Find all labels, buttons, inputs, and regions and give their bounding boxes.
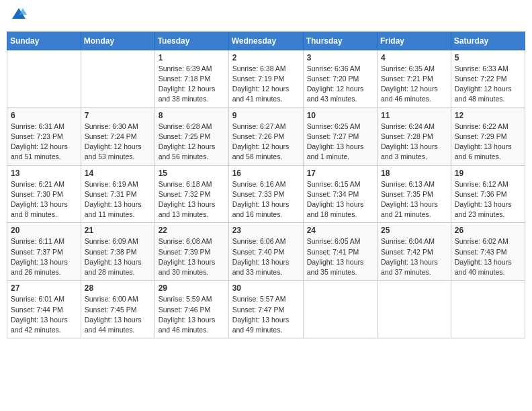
week-row-1: 1Sunrise: 6:39 AM Sunset: 7:18 PM Daylig… bbox=[7, 50, 525, 107]
day-number: 21 bbox=[85, 226, 151, 235]
day-number: 1 bbox=[159, 53, 225, 62]
week-row-3: 13Sunrise: 6:21 AM Sunset: 7:30 PM Dayli… bbox=[7, 165, 525, 223]
day-cell: 9Sunrise: 6:27 AM Sunset: 7:26 PM Daylig… bbox=[228, 107, 303, 165]
day-info: Sunrise: 6:19 AM Sunset: 7:31 PM Dayligh… bbox=[85, 179, 151, 220]
day-info: Sunrise: 6:13 AM Sunset: 7:35 PM Dayligh… bbox=[381, 179, 447, 220]
day-cell: 7Sunrise: 6:30 AM Sunset: 7:24 PM Daylig… bbox=[81, 107, 154, 165]
day-cell bbox=[81, 50, 154, 107]
day-number: 14 bbox=[85, 169, 151, 178]
day-number: 13 bbox=[11, 169, 77, 178]
day-number: 12 bbox=[455, 111, 521, 120]
week-row-4: 20Sunrise: 6:11 AM Sunset: 7:37 PM Dayli… bbox=[7, 223, 525, 281]
day-cell bbox=[451, 281, 525, 338]
day-number: 16 bbox=[232, 169, 300, 178]
day-info: Sunrise: 6:33 AM Sunset: 7:22 PM Dayligh… bbox=[455, 64, 521, 105]
day-cell: 1Sunrise: 6:39 AM Sunset: 7:18 PM Daylig… bbox=[154, 50, 228, 107]
day-cell: 25Sunrise: 6:04 AM Sunset: 7:42 PM Dayli… bbox=[378, 223, 451, 281]
day-number: 10 bbox=[307, 111, 373, 120]
weekday-header-tuesday: Tuesday bbox=[154, 32, 228, 50]
day-cell bbox=[378, 281, 451, 338]
day-cell: 20Sunrise: 6:11 AM Sunset: 7:37 PM Dayli… bbox=[7, 223, 81, 281]
day-cell: 28Sunrise: 6:00 AM Sunset: 7:45 PM Dayli… bbox=[81, 281, 154, 338]
weekday-header-row: SundayMondayTuesdayWednesdayThursdayFrid… bbox=[7, 32, 525, 50]
day-number: 3 bbox=[307, 53, 373, 62]
day-number: 22 bbox=[159, 226, 225, 235]
day-cell: 29Sunrise: 5:59 AM Sunset: 7:46 PM Dayli… bbox=[154, 281, 228, 338]
day-cell: 30Sunrise: 5:57 AM Sunset: 7:47 PM Dayli… bbox=[228, 281, 303, 338]
day-cell: 22Sunrise: 6:08 AM Sunset: 7:39 PM Dayli… bbox=[154, 223, 228, 281]
day-cell: 14Sunrise: 6:19 AM Sunset: 7:31 PM Dayli… bbox=[81, 165, 154, 223]
day-info: Sunrise: 6:38 AM Sunset: 7:19 PM Dayligh… bbox=[232, 64, 300, 105]
day-number: 20 bbox=[11, 226, 77, 235]
day-cell: 11Sunrise: 6:24 AM Sunset: 7:28 PM Dayli… bbox=[378, 107, 451, 165]
day-info: Sunrise: 6:18 AM Sunset: 7:32 PM Dayligh… bbox=[159, 179, 225, 220]
weekday-header-wednesday: Wednesday bbox=[228, 32, 303, 50]
day-number: 28 bbox=[85, 283, 151, 293]
day-number: 11 bbox=[381, 111, 447, 120]
day-cell: 26Sunrise: 6:02 AM Sunset: 7:43 PM Dayli… bbox=[451, 223, 525, 281]
day-info: Sunrise: 6:16 AM Sunset: 7:33 PM Dayligh… bbox=[232, 179, 300, 220]
weekday-header-sunday: Sunday bbox=[7, 32, 81, 50]
day-number: 25 bbox=[381, 226, 447, 235]
week-row-2: 6Sunrise: 6:31 AM Sunset: 7:23 PM Daylig… bbox=[7, 107, 525, 165]
day-cell: 23Sunrise: 6:06 AM Sunset: 7:40 PM Dayli… bbox=[228, 223, 303, 281]
page-header bbox=[7, 7, 525, 26]
day-info: Sunrise: 5:57 AM Sunset: 7:47 PM Dayligh… bbox=[232, 294, 300, 335]
day-cell: 16Sunrise: 6:16 AM Sunset: 7:33 PM Dayli… bbox=[228, 165, 303, 223]
day-info: Sunrise: 6:00 AM Sunset: 7:45 PM Dayligh… bbox=[85, 294, 151, 335]
day-cell: 10Sunrise: 6:25 AM Sunset: 7:27 PM Dayli… bbox=[303, 107, 377, 165]
day-info: Sunrise: 6:36 AM Sunset: 7:20 PM Dayligh… bbox=[307, 64, 373, 105]
day-cell: 17Sunrise: 6:15 AM Sunset: 7:34 PM Dayli… bbox=[303, 165, 377, 223]
day-cell: 21Sunrise: 6:09 AM Sunset: 7:38 PM Dayli… bbox=[81, 223, 154, 281]
day-info: Sunrise: 6:21 AM Sunset: 7:30 PM Dayligh… bbox=[11, 179, 77, 220]
day-info: Sunrise: 6:31 AM Sunset: 7:23 PM Dayligh… bbox=[11, 122, 77, 163]
day-number: 7 bbox=[85, 111, 151, 120]
day-info: Sunrise: 6:15 AM Sunset: 7:34 PM Dayligh… bbox=[307, 179, 373, 220]
day-cell: 2Sunrise: 6:38 AM Sunset: 7:19 PM Daylig… bbox=[228, 50, 303, 107]
weekday-header-friday: Friday bbox=[378, 32, 451, 50]
day-number: 24 bbox=[307, 226, 373, 235]
day-cell: 24Sunrise: 6:05 AM Sunset: 7:41 PM Dayli… bbox=[303, 223, 377, 281]
calendar-table: SundayMondayTuesdayWednesdayThursdayFrid… bbox=[7, 32, 525, 338]
day-number: 23 bbox=[232, 226, 300, 235]
day-number: 17 bbox=[307, 169, 373, 178]
day-info: Sunrise: 6:28 AM Sunset: 7:25 PM Dayligh… bbox=[159, 122, 225, 163]
day-cell: 8Sunrise: 6:28 AM Sunset: 7:25 PM Daylig… bbox=[154, 107, 228, 165]
day-cell: 4Sunrise: 6:35 AM Sunset: 7:21 PM Daylig… bbox=[378, 50, 451, 107]
day-number: 27 bbox=[11, 283, 77, 293]
day-cell: 5Sunrise: 6:33 AM Sunset: 7:22 PM Daylig… bbox=[451, 50, 525, 107]
day-info: Sunrise: 6:09 AM Sunset: 7:38 PM Dayligh… bbox=[85, 236, 151, 277]
day-info: Sunrise: 6:01 AM Sunset: 7:44 PM Dayligh… bbox=[11, 294, 77, 335]
day-number: 30 bbox=[232, 283, 300, 293]
day-info: Sunrise: 6:12 AM Sunset: 7:36 PM Dayligh… bbox=[455, 179, 521, 220]
day-cell: 12Sunrise: 6:22 AM Sunset: 7:29 PM Dayli… bbox=[451, 107, 525, 165]
day-info: Sunrise: 6:22 AM Sunset: 7:29 PM Dayligh… bbox=[455, 122, 521, 163]
day-number: 4 bbox=[381, 53, 447, 62]
day-cell: 13Sunrise: 6:21 AM Sunset: 7:30 PM Dayli… bbox=[7, 165, 81, 223]
week-row-5: 27Sunrise: 6:01 AM Sunset: 7:44 PM Dayli… bbox=[7, 281, 525, 338]
day-cell bbox=[7, 50, 81, 107]
day-info: Sunrise: 6:04 AM Sunset: 7:42 PM Dayligh… bbox=[381, 236, 447, 277]
day-number: 15 bbox=[159, 169, 225, 178]
day-number: 8 bbox=[159, 111, 225, 120]
day-info: Sunrise: 6:39 AM Sunset: 7:18 PM Dayligh… bbox=[159, 64, 225, 105]
day-info: Sunrise: 6:30 AM Sunset: 7:24 PM Dayligh… bbox=[85, 122, 151, 163]
day-info: Sunrise: 5:59 AM Sunset: 7:46 PM Dayligh… bbox=[159, 294, 225, 335]
day-cell: 15Sunrise: 6:18 AM Sunset: 7:32 PM Dayli… bbox=[154, 165, 228, 223]
day-cell: 27Sunrise: 6:01 AM Sunset: 7:44 PM Dayli… bbox=[7, 281, 81, 338]
day-info: Sunrise: 6:02 AM Sunset: 7:43 PM Dayligh… bbox=[455, 236, 521, 277]
day-info: Sunrise: 6:27 AM Sunset: 7:26 PM Dayligh… bbox=[232, 122, 300, 163]
day-info: Sunrise: 6:11 AM Sunset: 7:37 PM Dayligh… bbox=[11, 236, 77, 277]
day-number: 6 bbox=[11, 111, 77, 120]
day-cell: 18Sunrise: 6:13 AM Sunset: 7:35 PM Dayli… bbox=[378, 165, 451, 223]
day-cell: 3Sunrise: 6:36 AM Sunset: 7:20 PM Daylig… bbox=[303, 50, 377, 107]
day-number: 19 bbox=[455, 169, 521, 178]
day-cell bbox=[303, 281, 377, 338]
day-info: Sunrise: 6:05 AM Sunset: 7:41 PM Dayligh… bbox=[307, 236, 373, 277]
day-info: Sunrise: 6:35 AM Sunset: 7:21 PM Dayligh… bbox=[381, 64, 447, 105]
weekday-header-monday: Monday bbox=[81, 32, 154, 50]
weekday-header-thursday: Thursday bbox=[303, 32, 377, 50]
day-number: 5 bbox=[455, 53, 521, 62]
weekday-header-saturday: Saturday bbox=[451, 32, 525, 50]
day-info: Sunrise: 6:24 AM Sunset: 7:28 PM Dayligh… bbox=[381, 122, 447, 163]
